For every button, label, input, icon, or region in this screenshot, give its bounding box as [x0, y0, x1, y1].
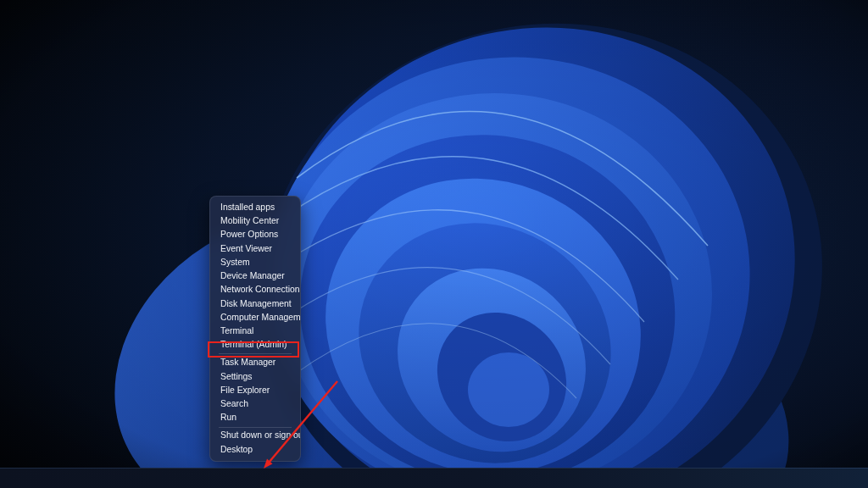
- menu-item-task-manager[interactable]: Task Manager: [210, 356, 300, 369]
- winx-context-menu: Installed apps Mobility Center Power Opt…: [209, 196, 301, 462]
- menu-item-mobility-center[interactable]: Mobility Center: [210, 214, 300, 228]
- menu-item-shutdown-sign-out[interactable]: Shut down or sign out ›: [210, 430, 300, 443]
- menu-item-run[interactable]: Run: [210, 411, 300, 424]
- menu-item-terminal[interactable]: Terminal: [210, 324, 300, 338]
- menu-item-settings[interactable]: Settings: [210, 370, 300, 384]
- menu-item-search[interactable]: Search: [210, 397, 300, 411]
- menu-item-device-manager[interactable]: Device Manager: [210, 269, 300, 283]
- taskbar: 2 70°F Sunny: [0, 468, 868, 488]
- menu-separator: [219, 427, 292, 428]
- menu-item-network-connections[interactable]: Network Connections: [210, 283, 300, 297]
- menu-item-installed-apps[interactable]: Installed apps: [210, 201, 300, 214]
- menu-item-desktop[interactable]: Desktop: [210, 443, 300, 457]
- menu-item-file-explorer[interactable]: File Explorer: [210, 384, 300, 397]
- desktop-wallpaper: [0, 0, 868, 488]
- menu-item-computer-management[interactable]: Computer Management: [210, 311, 300, 324]
- menu-item-disk-management[interactable]: Disk Management: [210, 297, 300, 311]
- menu-separator: [219, 353, 292, 354]
- menu-item-system[interactable]: System: [210, 256, 300, 269]
- menu-item-terminal-admin[interactable]: Terminal (Admin): [210, 338, 300, 352]
- menu-item-event-viewer[interactable]: Event Viewer: [210, 242, 300, 256]
- menu-item-power-options[interactable]: Power Options: [210, 228, 300, 241]
- desktop: Installed apps Mobility Center Power Opt…: [0, 0, 868, 488]
